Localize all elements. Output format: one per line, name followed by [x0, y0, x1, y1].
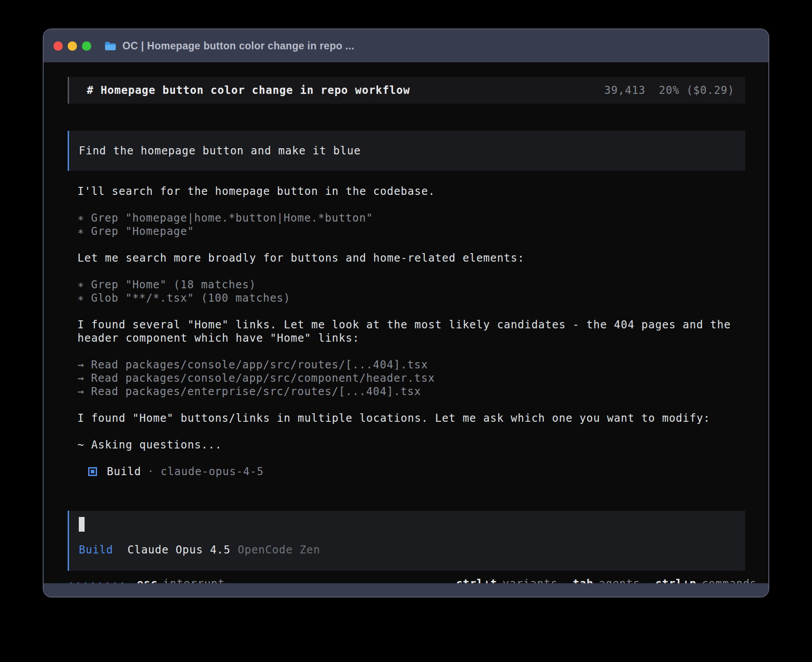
terminal-window: OC | Homepage button color change in rep…	[43, 28, 769, 597]
assistant-text: I found "Home" buttons/links in multiple…	[77, 412, 745, 425]
tool-call-text: Read packages/console/app/src/component/…	[91, 372, 434, 384]
tool-call: ∗Grep "homepage|home.*button|Home.*butto…	[77, 211, 745, 225]
shortcut-key: tab	[573, 577, 593, 583]
tool-call: →Read packages/enterprise/src/routes/[..…	[77, 385, 745, 398]
tool-call-text: Read packages/console/app/src/routes/[..…	[91, 359, 428, 371]
arrow-right-icon: →	[77, 385, 84, 398]
minimize-button[interactable]	[68, 41, 77, 51]
input-modeline: Build Claude Opus 4.5 OpenCode Zen	[79, 543, 735, 557]
assistant-text: Let me search more broadly for buttons a…	[77, 251, 745, 265]
shortcut-agents: tab agents	[573, 577, 640, 583]
agent-name: Build	[107, 465, 141, 478]
tool-call-text: Glob "**/*.tsx" (100 matches)	[91, 292, 290, 304]
agent-badge: Build · claude-opus-4-5	[77, 465, 745, 478]
agent-separator-icon: ·	[147, 465, 154, 478]
shortcut-variants: ctrl+t variants	[456, 577, 557, 583]
terminal-content: # Homepage button color change in repo w…	[44, 62, 768, 583]
folder-icon	[105, 41, 116, 51]
arrow-right-icon: →	[77, 371, 84, 385]
provider-label: OpenCode Zen	[238, 543, 320, 557]
close-button[interactable]	[53, 41, 63, 51]
tool-call: ∗Grep "Homepage"	[77, 225, 745, 238]
spinner-dots-icon: ········	[68, 577, 126, 583]
traffic-lights	[53, 41, 91, 51]
session-title: # Homepage button color change in repo w…	[87, 84, 410, 97]
shortcut-key: ctrl+p	[655, 577, 697, 583]
shortcut-label: variants	[503, 577, 558, 583]
tool-call-group: →Read packages/console/app/src/routes/[.…	[77, 358, 745, 398]
status-bar: ········ esc interrupt ctrl+t variants t…	[68, 577, 757, 583]
assistant-response: I'll search for the homepage button in t…	[77, 185, 745, 492]
status-bar-left: ········ esc interrupt	[68, 577, 225, 583]
tool-call-text: Grep "Home" (18 matches)	[91, 279, 256, 291]
asterisk-icon: ∗	[77, 225, 84, 238]
window-titlebar[interactable]: OC | Homepage button color change in rep…	[44, 29, 768, 62]
context-usage: 20% ($0.29)	[659, 84, 735, 97]
model-label: Claude Opus 4.5	[127, 543, 231, 557]
shortcut-commands: ctrl+p commands	[655, 577, 757, 583]
text-cursor	[79, 517, 85, 532]
asterisk-icon: ∗	[77, 278, 84, 291]
zoom-button[interactable]	[82, 41, 91, 51]
tool-call-text: Grep "homepage|home.*button|Home.*button…	[91, 212, 373, 224]
status-bar-right: ctrl+t variants tab agents ctrl+p comman…	[441, 577, 757, 583]
tool-call-text: Read packages/enterprise/src/routes/[...…	[91, 385, 421, 398]
asterisk-icon: ∗	[77, 291, 84, 305]
tool-call: →Read packages/console/app/src/routes/[.…	[77, 358, 745, 371]
tool-call: ∗Glob "**/*.tsx" (100 matches)	[77, 291, 745, 305]
assistant-text: I found several "Home" links. Let me loo…	[77, 318, 745, 345]
prompt-input[interactable]: Build Claude Opus 4.5 OpenCode Zen	[68, 511, 745, 571]
shortcut-key: ctrl+t	[456, 577, 497, 583]
token-count: 39,413	[604, 84, 646, 97]
session-stats: 39,413 20% ($0.29)	[604, 84, 735, 97]
user-message-text: Find the homepage button and make it blu…	[79, 145, 361, 157]
tool-call-group: ∗Grep "homepage|home.*button|Home.*butto…	[77, 211, 745, 238]
shortcut-label: commands	[702, 577, 757, 583]
esc-key-label: interrupt	[163, 577, 225, 583]
agent-model: claude-opus-4-5	[161, 465, 264, 478]
arrow-right-icon: →	[77, 358, 84, 371]
tool-call: ∗Grep "Home" (18 matches)	[77, 278, 745, 291]
tool-call-text: Grep "Homepage"	[91, 225, 194, 238]
shortcut-label: agents	[599, 577, 640, 583]
working-status: ~ Asking questions...	[77, 438, 745, 452]
session-header: # Homepage button color change in repo w…	[68, 77, 745, 104]
assistant-text: I'll search for the homepage button in t…	[77, 185, 745, 198]
mode-label: Build	[79, 543, 113, 557]
build-agent-icon	[88, 467, 97, 476]
tool-call: →Read packages/console/app/src/component…	[77, 371, 745, 385]
window-bottom-strip	[44, 583, 768, 597]
tool-call-group: ∗Grep "Home" (18 matches) ∗Glob "**/*.ts…	[77, 278, 745, 305]
window-title: OC | Homepage button color change in rep…	[122, 40, 354, 52]
esc-key-hint: esc	[137, 577, 158, 583]
user-message: Find the homepage button and make it blu…	[68, 131, 745, 171]
asterisk-icon: ∗	[77, 211, 84, 225]
